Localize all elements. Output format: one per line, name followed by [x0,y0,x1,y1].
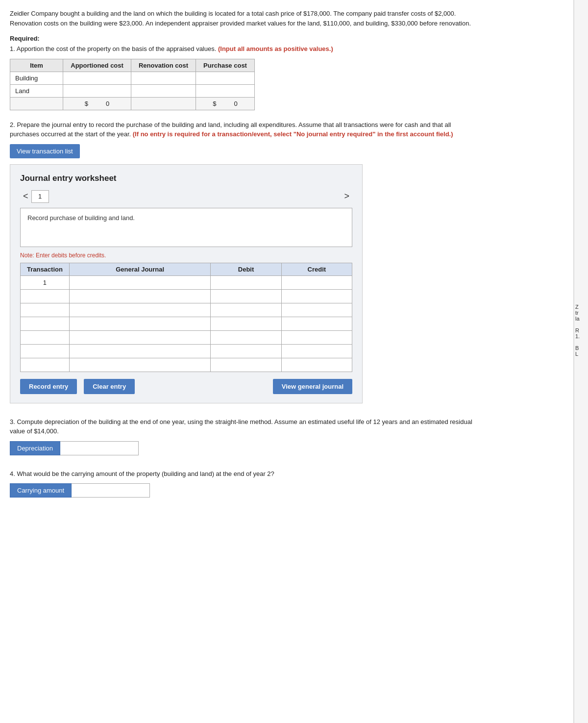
gj-field-6[interactable] [73,348,208,355]
credit-input-5[interactable] [281,330,352,344]
q3-text: 3. Compute depreciation of the building … [10,417,480,436]
carrying-amount-row: Carrying amount [10,483,480,498]
depreciation-input[interactable] [60,441,139,455]
gj-input-2[interactable] [69,289,211,303]
debit-input-4[interactable] [211,317,281,330]
gj-field-7[interactable] [73,361,208,369]
trans-1: 1 [21,275,70,289]
intro-paragraph: Zeidler Company bought a building and th… [10,9,480,28]
gj-field-1[interactable] [73,279,208,286]
view-transaction-button[interactable]: View transaction list [10,144,80,158]
question4-section: 4. What would be the carrying amount of … [10,469,480,498]
debit-input-6[interactable] [211,344,281,358]
col-item: Item [10,59,63,72]
gj-input-3[interactable] [69,303,211,317]
required-label: Required: [10,35,578,42]
renovation-building-input[interactable] [131,72,196,84]
credit-input-3[interactable] [281,303,352,317]
gj-field-4[interactable] [73,320,208,327]
col-apportioned: Apportioned cost [63,59,131,72]
debit-field-7[interactable] [214,361,278,369]
debit-input-1[interactable] [211,275,281,289]
q1-main: 1. Apportion the cost of the property on… [10,45,216,52]
q4-text: 4. What would be the carrying amount of … [10,469,480,479]
debit-field-2[interactable] [214,293,278,300]
q1-note: (Input all amounts as positive values.) [218,45,333,52]
renovation-building-field[interactable] [142,75,186,82]
debit-input-2[interactable] [211,289,281,303]
debit-input-3[interactable] [211,303,281,317]
description-text: Record purchase of building and land. [27,214,135,222]
journal-entry-worksheet: Journal entry worksheet < 1 > Record pur… [10,164,363,403]
gj-field-3[interactable] [73,306,208,314]
gj-input-5[interactable] [69,330,211,344]
debit-field-1[interactable] [214,279,278,286]
view-general-journal-button[interactable]: View general journal [273,379,352,394]
credit-input-2[interactable] [281,289,352,303]
gj-input-1[interactable] [69,275,211,289]
debit-input-7[interactable] [211,358,281,372]
col-credit: Credit [281,263,352,275]
gj-input-4[interactable] [69,317,211,330]
nav-next-button[interactable]: > [341,191,352,201]
footer-empty2 [131,97,196,110]
nav-prev-button[interactable]: < [20,191,31,201]
purchase-land-input[interactable] [196,84,255,97]
q2-text: 2. Prepare the journal entry to record t… [10,120,480,139]
purchase-land-field[interactable] [203,87,247,95]
journal-row [21,317,352,330]
edge-content: Z tr la R 1. B L [575,304,580,357]
col-general-journal: General Journal [69,263,211,275]
trans-6 [21,344,70,358]
renovation-land-input[interactable] [131,84,196,97]
table-footer-row: $ 0 $ 0 [10,97,255,110]
credit-field-2[interactable] [285,293,349,300]
credit-input-6[interactable] [281,344,352,358]
credit-input-1[interactable] [281,275,352,289]
apportioned-land-field[interactable] [75,87,119,95]
apportioned-land-input[interactable] [63,84,131,97]
debit-field-6[interactable] [214,348,278,355]
journal-row [21,344,352,358]
right-edge-panel: Z tr la R 1. B L [573,0,588,723]
trans-7 [21,358,70,372]
debit-field-5[interactable] [214,334,278,341]
credit-field-6[interactable] [285,348,349,355]
record-entry-button[interactable]: Record entry [20,379,77,394]
journal-row [21,303,352,317]
depreciation-label: Depreciation [10,441,60,455]
apportioned-building-field[interactable] [75,75,119,82]
debit-field-4[interactable] [214,320,278,327]
table-row: Building [10,72,255,84]
renovation-land-field[interactable] [142,87,186,95]
credit-input-4[interactable] [281,317,352,330]
credit-input-7[interactable] [281,358,352,372]
gj-field-2[interactable] [73,293,208,300]
journal-row [21,358,352,372]
credit-field-7[interactable] [285,361,349,369]
credit-field-5[interactable] [285,334,349,341]
question1-text: 1. Apportion the cost of the property on… [10,44,480,54]
gj-input-7[interactable] [69,358,211,372]
clear-entry-button[interactable]: Clear entry [84,379,135,394]
journal-row: 1 [21,275,352,289]
worksheet-nav: < 1 > [20,190,352,203]
debit-field-3[interactable] [214,306,278,314]
credit-field-3[interactable] [285,306,349,314]
credit-field-1[interactable] [285,279,349,286]
gj-field-5[interactable] [73,334,208,341]
col-transaction: Transaction [21,263,70,275]
footer-dollar2: $ 0 [196,97,255,110]
apportioned-building-input[interactable] [63,72,131,84]
debit-input-5[interactable] [211,330,281,344]
carrying-amount-input[interactable] [72,483,150,498]
trans-5 [21,330,70,344]
journal-row [21,330,352,344]
col-purchase: Purchase cost [196,59,255,72]
credit-field-4[interactable] [285,320,349,327]
col-debit: Debit [211,263,281,275]
footer-dollar1: $ 0 [63,97,131,110]
purchase-building-input[interactable] [196,72,255,84]
gj-input-6[interactable] [69,344,211,358]
purchase-building-field[interactable] [203,75,247,82]
